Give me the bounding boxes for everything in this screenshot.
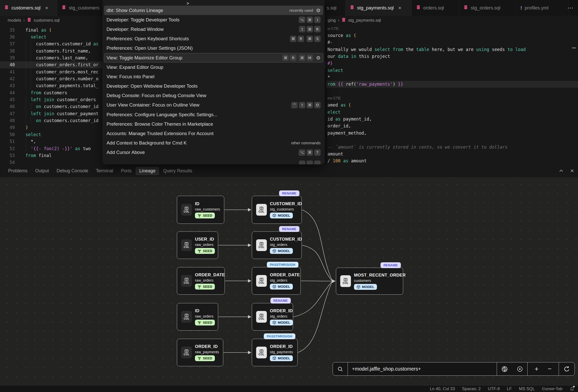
tab-s-sql[interactable]: s.sql [326,0,346,16]
status-bar: Ln 40, Col 33Spaces: 2UTF-8LFMS SQLCurso… [0,385,578,392]
lineage-canvas[interactable]: + − COLIDraw_customersSEEDCOLUSER_IDraw_… [0,177,578,385]
tab-orders-sql[interactable]: orders.sql [412,0,459,16]
code-area-right[interactable]: w CTEsource as (#-Normally we would sele… [326,25,578,164]
command-item[interactable]: Add Context to Background for Cmd Kother… [102,138,325,148]
command-item[interactable]: Developer: Reload Window⇧⌘R [102,24,325,34]
keybinding-group: ⌥⌘I [299,17,321,23]
status-item-lf[interactable]: LF [507,386,512,391]
bell-icon[interactable] [570,386,574,391]
status-item-ms-sql[interactable]: MS SQL [519,386,535,391]
command-item-right: ^⇧⌘O [289,102,321,108]
zoom-in-icon[interactable]: + [535,365,538,373]
command-item[interactable]: Preferences: Open Keyboard Shortcuts⌘R⌘S [102,34,325,44]
keycap: ⌥ [299,149,305,156]
lineage-node-stg_customers-customer_id[interactable]: RENAMECOLCUSTOMER_IDstg_customersMODEL [252,196,302,224]
tab-profiles-yml[interactable]: !profiles.yml [516,0,569,16]
breadcrumb-root[interactable]: models [8,18,21,23]
breadcrumb-file[interactable]: stg_payments.sql [348,18,381,23]
code-line[interactable]: elect [326,109,578,115]
panel-tab-problems[interactable]: Problems [8,167,28,175]
editor-right[interactable]: ging › stg_payments.sql w CTEsource as (… [326,16,578,164]
panel-tab-output[interactable]: Output [35,167,49,175]
breadcrumb-root[interactable]: ging [328,18,336,23]
tab-stg-payments-sql[interactable]: stg_payments.sql× [346,0,412,16]
command-item[interactable]: dbt: Show Column Lineagerecently used⚙ [104,6,323,15]
target-icon[interactable] [517,366,523,372]
code-line[interactable]: Normally we would select from the table … [326,46,578,53]
code-line[interactable]: amed as ( [326,102,578,109]
refresh-icon[interactable] [559,362,574,375]
close-icon[interactable]: × [45,5,48,11]
code-line[interactable]: our data in this project [326,53,578,60]
code-line[interactable] [326,137,578,143]
panel-tab-terminal[interactable]: Terminal [96,167,113,175]
command-item[interactable]: Developer: Toggle Developer Tools⌥⌘I [102,15,325,24]
command-item[interactable]: Preferences: Open User Settings (JSON) [102,44,325,53]
lineage-node-raw_orders-order_date[interactable]: COLORDER_DATEraw_ordersSEED [177,267,225,295]
command-item[interactable]: View: Toggle Maximize Editor Group⌘R⌘M⚙ [104,53,323,62]
gear-icon[interactable]: ⚙ [316,55,321,60]
code-line[interactable]: select [326,67,578,74]
lineage-node-stg_orders-order_id[interactable]: RENAMECOLORDER_IDstg_ordersMODEL [252,303,293,331]
breadcrumb[interactable]: models › customers.sql [8,17,60,23]
panel-tab-lineage[interactable]: Lineage [136,167,159,175]
panel-tab-query-results[interactable]: Query Results [163,167,192,175]
code-line[interactable]: / 100 as amount [326,158,578,164]
more-actions-icon[interactable]: ⋯ [565,0,576,16]
command-item[interactable]: Debug Console: Focus on Debug Console Vi… [102,91,325,100]
panel-tab-ports[interactable]: Ports [121,167,132,175]
tab-stg-orders-sql[interactable]: stg_orders.sql [459,0,516,16]
status-item-spaces-2[interactable]: Spaces: 2 [462,386,481,391]
command-item[interactable]: Add Cursor Above⌥⌘↑ [102,148,325,157]
gear-icon[interactable]: ⚙ [316,8,321,13]
code-line[interactable] [326,88,578,95]
node-subtitle: stg_customers [270,207,302,211]
code-line[interactable]: #} [326,60,578,67]
code-line[interactable]: payment_method, [326,129,578,136]
lineage-node-stg_orders-order_date[interactable]: PASSTHROUGHCOLORDER_DATEstg_ordersMODEL [252,267,301,295]
lineage-node-stg_payments-order_id[interactable]: PASSTHROUGHCOLORDER_IDstg_paymentsMODEL [252,339,298,366]
status-item-ln-40-col-33[interactable]: Ln 40, Col 33 [430,386,455,391]
scrollbar-marker[interactable] [572,47,576,48]
status-item-utf-8[interactable]: UTF-8 [488,386,500,391]
lineage-node-raw_customers-id[interactable]: COLIDraw_customersSEED [177,196,224,224]
command-item[interactable]: User View Container: Focus on Outline Vi… [102,100,325,110]
status-item-cursor-tab[interactable]: Cursor Tab [542,386,562,391]
command-palette-input[interactable]: > [102,0,325,6]
tab-customers-sql[interactable]: customers.sql× [0,0,57,16]
lineage-node-raw_orders-id[interactable]: COLIDraw_ordersSEED [177,303,218,331]
search-icon[interactable] [333,362,348,375]
code-line[interactable]: amount [326,150,578,157]
lineage-node-raw_payments-order_id[interactable]: COLORDER_IDraw_paymentsSEED [177,339,223,366]
code-line[interactable]: id as payment_id, [326,115,578,122]
tab-label: stg_customers [69,5,99,11]
code-line[interactable]: order_id, [326,123,578,129]
zoom-out-icon[interactable]: − [548,365,551,373]
aperture-icon[interactable] [501,366,508,372]
command-item[interactable]: View: Expand Editor Group [102,62,325,72]
code-line[interactable]: #- [326,39,578,46]
code-line[interactable]: -- `amount` is currently stored in cents… [326,143,578,150]
breadcrumb-file[interactable]: customers.sql [34,18,60,23]
panel-tab-debug-console[interactable]: Debug Console [57,167,88,175]
chevron-up-icon[interactable] [559,168,564,173]
code-line[interactable]: source as ( [326,32,578,39]
close-icon[interactable]: × [570,167,574,174]
breadcrumb[interactable]: ging › stg_payments.sql [328,17,381,23]
command-item[interactable]: View: Focus into Panel [102,72,325,81]
command-item[interactable]: Preferences: Configure Language Specific… [102,110,325,119]
code-line[interactable]: * [326,74,578,81]
command-item[interactable]: Developer: Open Webview Developer Tools [102,82,325,91]
warning-icon: ! [520,5,522,11]
node-body: USER_IDraw_ordersSEED [195,237,215,254]
code-line[interactable]: rom {{ ref('raw_payments') }} [326,81,578,88]
app-window: customers.sql×stg_customers s.sqlstg_pay… [0,0,578,392]
lineage-search-input[interactable] [348,366,497,372]
lineage-node-stg_orders-customer_id[interactable]: RENAMECOLCUSTOMER_IDstg_ordersMODEL [252,231,302,259]
command-item[interactable]: Accounts: Manage Trusted Extensions For … [102,129,325,138]
lineage-node-raw_orders-user_id[interactable]: COLUSER_IDraw_ordersSEED [177,231,218,259]
command-item[interactable]: Preferences: Browse Color Themes in Mark… [102,119,325,129]
lineage-node-customers-most_recent_order[interactable]: RENAMECOLMOST_RECENT_ORDERcustomersMODEL [336,268,403,295]
line-text: amount [327,151,343,156]
close-icon[interactable]: × [398,5,401,11]
